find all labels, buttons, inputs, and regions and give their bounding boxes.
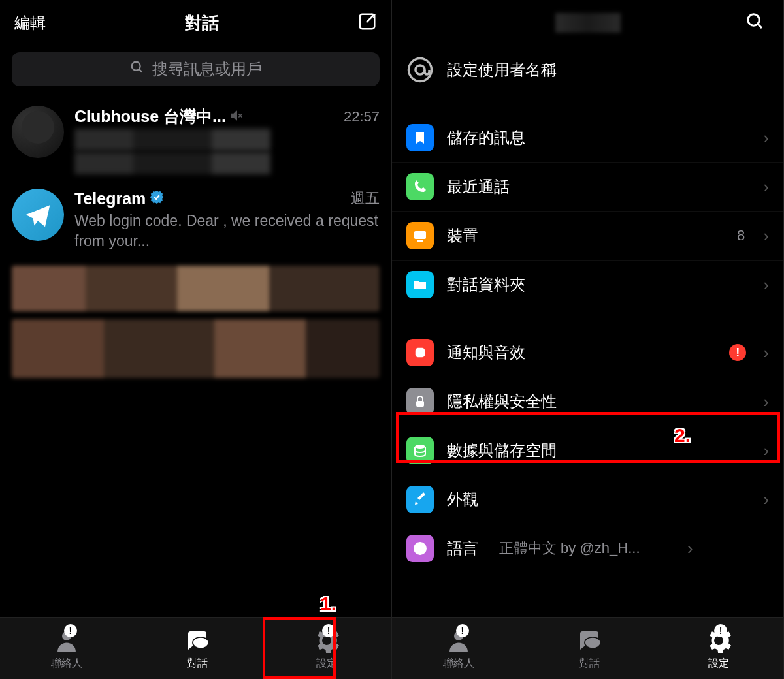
svg-rect-11 [416,349,424,356]
chat-preview: Web login code. Dear , we received a req… [74,211,380,251]
annotation-step-2: 2. [674,424,691,447]
chevron-right-icon: › [763,128,769,148]
settings-row-recent-calls[interactable]: 最近通話 › [392,163,783,212]
settings-row-devices[interactable]: 裝置 8 › [392,212,783,261]
chat-time: 週五 [351,189,380,208]
chats-screen: 編輯 對話 搜尋訊息或用戶 Clubhouse 台灣中... [0,0,392,679]
chat-list-item[interactable]: Telegram 週五 Web login code. Dear , we re… [0,182,391,258]
tab-chats[interactable]: 對話 [576,627,603,671]
settings-value: 8 [737,227,745,244]
settings-label: 最近通話 [447,176,750,197]
chat-time: 22:57 [344,108,380,125]
svg-point-4 [193,637,209,648]
chat-name: Clubhouse 台灣中... [74,106,243,127]
tab-contacts[interactable]: ! 聯絡人 [443,627,474,671]
chevron-right-icon: › [763,490,769,510]
chevron-right-icon: › [687,539,693,559]
avatar [12,106,64,158]
chat-name: Telegram [74,189,164,208]
settings-screen: 設定使用者名稱 儲存的訊息 › 最近通話 › 裝置 8 › 對話資料夾 › 通知… [392,0,784,679]
svg-rect-9 [414,231,426,239]
settings-label: 外觀 [447,489,750,510]
device-icon [406,222,434,249]
tab-settings[interactable]: ! 設定 [313,627,340,671]
chevron-right-icon: › [763,343,769,363]
tab-contacts[interactable]: ! 聯絡人 [51,627,82,671]
redacted-preview [74,152,270,174]
tab-label: 聯絡人 [443,657,474,671]
muted-icon [230,107,243,126]
settings-row-appearance[interactable]: 外觀 › [392,475,783,524]
chevron-right-icon: › [763,275,769,295]
tab-bar: ! 聯絡人 對話 ! 設定 [0,617,391,679]
settings-label: 數據與儲存空間 [447,440,750,461]
svg-line-2 [139,69,142,72]
bookmark-icon [406,124,434,151]
tab-label: 設定 [708,657,729,671]
settings-row-username[interactable]: 設定使用者名稱 [392,46,783,94]
lock-icon [406,388,434,415]
settings-label: 設定使用者名稱 [447,59,769,80]
chats-title: 對話 [185,12,219,35]
svg-point-13 [415,445,425,449]
search-placeholder: 搜尋訊息或用戶 [152,59,262,80]
tab-label: 對話 [187,657,208,671]
brush-icon [406,486,434,513]
chevron-right-icon: › [763,392,769,412]
svg-point-1 [131,62,140,71]
alert-badge-icon [729,344,746,361]
settings-row-data-storage[interactable]: 數據與儲存空間 › [392,426,783,475]
redacted-chat [12,319,380,378]
svg-point-5 [748,14,760,26]
svg-point-8 [416,65,425,74]
redacted-preview [74,129,270,151]
verified-icon [150,189,164,208]
tab-label: 對話 [579,657,600,671]
tab-label: 設定 [316,657,337,671]
edit-button[interactable]: 編輯 [14,12,46,33]
redacted-username [555,13,621,33]
settings-label: 通知與音效 [447,342,716,363]
compose-icon[interactable] [357,12,377,34]
tab-label: 聯絡人 [51,657,82,671]
settings-row-language[interactable]: 語言 正體中文 by @zh_H... › [392,524,783,573]
bell-icon [406,339,434,366]
alert-badge-icon: ! [456,624,469,637]
chat-list-item[interactable]: Clubhouse 台灣中... 22:57 [0,99,391,182]
chats-header: 編輯 對話 [0,0,391,46]
chat-list: Clubhouse 台灣中... 22:57 Telegram [0,99,391,378]
phone-icon [406,173,434,200]
alert-badge-icon: ! [322,624,335,637]
settings-row-saved-messages[interactable]: 儲存的訊息 › [392,114,783,163]
tab-chats[interactable]: 對話 [184,627,211,671]
settings-row-privacy[interactable]: 隱私權與安全性 › [392,377,783,426]
annotation-step-1: 1. [320,593,336,615]
settings-label: 語言 [447,538,478,559]
settings-label: 儲存的訊息 [447,127,750,148]
avatar [12,189,64,241]
globe-icon [406,535,434,562]
svg-rect-12 [416,401,424,407]
tab-settings[interactable]: ! 設定 [705,627,732,671]
folder-icon [406,271,434,298]
settings-row-chat-folders[interactable]: 對話資料夾 › [392,261,783,309]
search-icon [130,60,144,78]
settings-value: 正體中文 by @zh_H... [499,539,669,558]
settings-label: 裝置 [447,225,724,246]
database-icon [406,437,434,464]
settings-label: 隱私權與安全性 [447,391,750,412]
search-input[interactable]: 搜尋訊息或用戶 [12,52,380,86]
redacted-chat [12,266,380,311]
svg-line-6 [758,24,762,28]
alert-badge-icon: ! [714,624,727,637]
chevron-right-icon: › [763,441,769,461]
svg-rect-10 [417,240,423,242]
chevron-right-icon: › [763,177,769,197]
tab-bar: ! 聯絡人 對話 ! 設定 [392,617,783,679]
search-icon[interactable] [745,12,765,34]
settings-row-notifications[interactable]: 通知與音效 › [392,328,783,377]
settings-header [392,0,783,46]
alert-badge-icon: ! [64,624,77,637]
svg-point-16 [585,637,601,648]
settings-label: 對話資料夾 [447,274,750,295]
